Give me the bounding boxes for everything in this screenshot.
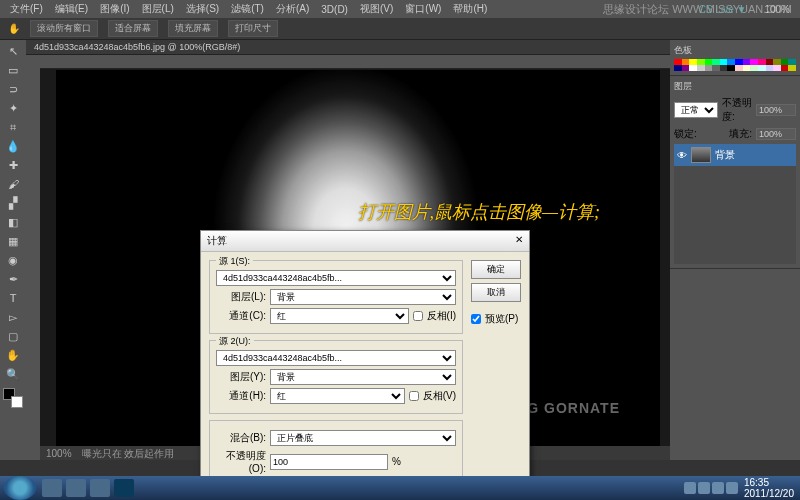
swatch-color[interactable] — [766, 65, 774, 71]
lasso-tool[interactable]: ⊃ — [2, 80, 24, 98]
s2-channel-label: 通道(H): — [216, 389, 266, 403]
color-swatches[interactable] — [3, 388, 23, 408]
source1-layer[interactable]: 背景 — [270, 289, 456, 305]
pen-tool[interactable]: ✒ — [2, 270, 24, 288]
clock-date[interactable]: 2011/12/20 — [744, 488, 794, 499]
blend-label: 混合(B): — [216, 431, 266, 445]
layer-name: 背景 — [715, 148, 735, 162]
menu-window[interactable]: 窗口(W) — [399, 2, 447, 16]
swatch-color[interactable] — [781, 65, 789, 71]
gradient-tool[interactable]: ▦ — [2, 232, 24, 250]
source2-layer[interactable]: 背景 — [270, 369, 456, 385]
swatch-color[interactable] — [682, 65, 690, 71]
source2-invert[interactable] — [409, 391, 419, 401]
eraser-tool[interactable]: ◧ — [2, 213, 24, 231]
swatch-color[interactable] — [743, 65, 751, 71]
fill-input[interactable] — [756, 128, 796, 140]
swatch-color[interactable] — [758, 65, 766, 71]
move-tool[interactable]: ↖ — [2, 42, 24, 60]
opacity-label: 不透明度: — [722, 96, 752, 124]
tray-icon[interactable] — [726, 482, 738, 494]
taskbar-photoshop-icon[interactable] — [114, 479, 134, 497]
swatches-grid[interactable] — [674, 59, 796, 71]
opt-print[interactable]: 打印尺寸 — [228, 20, 278, 37]
start-button[interactable] — [4, 476, 36, 500]
crop-tool[interactable]: ⌗ — [2, 118, 24, 136]
cancel-button[interactable]: 取消 — [471, 283, 521, 302]
taskbar-app-icon[interactable] — [90, 479, 110, 497]
source2-file[interactable]: 4d51d933ca443248ac4b5fb... — [216, 350, 456, 366]
stamp-tool[interactable]: ▞ — [2, 194, 24, 212]
blend-mode[interactable]: 正片叠底 — [270, 430, 456, 446]
source1-file[interactable]: 4d51d933ca443248ac4b5fb... — [216, 270, 456, 286]
system-tray: 16:35 2011/12/20 — [678, 477, 800, 499]
source2-channel[interactable]: 红 — [270, 388, 405, 404]
taskbar-ie-icon[interactable] — [66, 479, 86, 497]
tray-icon[interactable] — [712, 482, 724, 494]
s2-invert-label: 反相(V) — [423, 389, 456, 403]
menu-analysis[interactable]: 分析(A) — [270, 2, 315, 16]
swatch-color[interactable] — [689, 65, 697, 71]
pct-label: % — [392, 456, 401, 467]
swatch-color[interactable] — [674, 65, 682, 71]
tray-icon[interactable] — [684, 482, 696, 494]
marquee-tool[interactable]: ▭ — [2, 61, 24, 79]
brush-tool[interactable]: 🖌 — [2, 175, 24, 193]
preview-checkbox[interactable] — [471, 314, 481, 324]
layers-panel: 图层 正常 不透明度: 锁定: 填充: 👁 背景 — [670, 76, 800, 269]
menu-select[interactable]: 选择(S) — [180, 2, 225, 16]
source1-fieldset: 源 1(S): 4d51d933ca443248ac4b5fb... 图层(L)… — [209, 260, 463, 334]
swatch-color[interactable] — [697, 65, 705, 71]
menu-filter[interactable]: 滤镜(T) — [225, 2, 270, 16]
dialog-title-text: 计算 — [207, 234, 227, 248]
layer-row-background[interactable]: 👁 背景 — [674, 144, 796, 166]
swatch-color[interactable] — [788, 65, 796, 71]
source1-invert[interactable] — [413, 311, 423, 321]
blend-opacity[interactable] — [270, 454, 388, 470]
swatch-color[interactable] — [750, 65, 758, 71]
close-icon[interactable]: ✕ — [515, 234, 523, 248]
swatch-color[interactable] — [735, 65, 743, 71]
swatch-color[interactable] — [712, 65, 720, 71]
swatch-color[interactable] — [705, 65, 713, 71]
shape-tool[interactable]: ▢ — [2, 327, 24, 345]
swatches-title: 色板 — [674, 44, 796, 57]
document-tab[interactable]: 4d51d933ca443248ac4b5fb6.jpg @ 100%(RGB/… — [26, 40, 670, 55]
dialog-titlebar[interactable]: 计算 ✕ — [201, 231, 529, 252]
swatch-color[interactable] — [773, 65, 781, 71]
layers-list: 👁 背景 — [674, 144, 796, 264]
blend-mode-select[interactable]: 正常 — [674, 102, 718, 118]
opt-fit[interactable]: 适合屏幕 — [108, 20, 158, 37]
menu-layer[interactable]: 图层(L) — [136, 2, 180, 16]
opt-arrange[interactable]: 滚动所有窗口 — [30, 20, 98, 37]
opt-fill[interactable]: 填充屏幕 — [168, 20, 218, 37]
background-color[interactable] — [11, 396, 23, 408]
s1-channel-label: 通道(C): — [216, 309, 266, 323]
tray-icon[interactable] — [698, 482, 710, 494]
menu-image[interactable]: 图像(I) — [94, 2, 135, 16]
eye-icon[interactable]: 👁 — [677, 150, 687, 161]
hand-tool[interactable]: ✋ — [2, 346, 24, 364]
eyedropper-tool[interactable]: 💧 — [2, 137, 24, 155]
menu-edit[interactable]: 编辑(E) — [49, 2, 94, 16]
swatch-color[interactable] — [727, 65, 735, 71]
path-tool[interactable]: ▻ — [2, 308, 24, 326]
heal-tool[interactable]: ✚ — [2, 156, 24, 174]
s1-layer-label: 图层(L): — [216, 290, 266, 304]
opacity-input[interactable] — [756, 104, 796, 116]
clock-time[interactable]: 16:35 — [744, 477, 794, 488]
menu-3d[interactable]: 3D(D) — [315, 4, 354, 15]
menu-help[interactable]: 帮助(H) — [447, 2, 493, 16]
source2-legend: 源 2(U): — [216, 335, 254, 348]
taskbar-explorer-icon[interactable] — [42, 479, 62, 497]
menu-file[interactable]: 文件(F) — [4, 2, 49, 16]
zoom-tool[interactable]: 🔍 — [2, 365, 24, 383]
source1-channel[interactable]: 红 — [270, 308, 409, 324]
swatch-color[interactable] — [720, 65, 728, 71]
wand-tool[interactable]: ✦ — [2, 99, 24, 117]
annotation-text: 打开图片,鼠标点击图像—计算; — [358, 200, 601, 224]
ok-button[interactable]: 确定 — [471, 260, 521, 279]
blur-tool[interactable]: ◉ — [2, 251, 24, 269]
menu-view[interactable]: 视图(V) — [354, 2, 399, 16]
type-tool[interactable]: T — [2, 289, 24, 307]
